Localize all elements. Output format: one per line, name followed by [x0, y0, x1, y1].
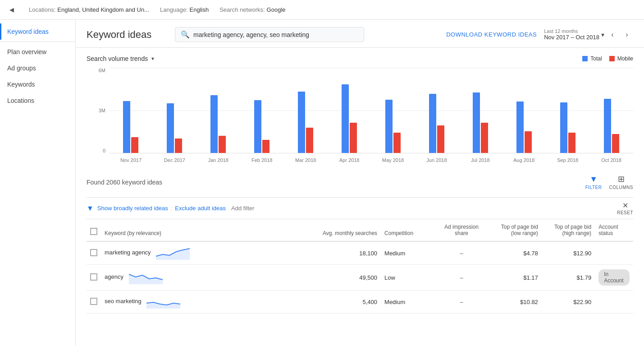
row-bid-low-2: $10.82 [489, 291, 542, 314]
row-keyword-1: agency [101, 265, 301, 291]
columns-label: COLUMNS [609, 185, 633, 190]
date-nav: ‹ › [606, 28, 633, 41]
th-impression-share: Ad impression share [434, 219, 488, 241]
bar-red-7 [437, 125, 444, 153]
bar-blue-4 [298, 92, 305, 153]
search-input[interactable] [193, 31, 358, 38]
bar-group-2 [196, 95, 239, 153]
keyword-text-2: seo marketing [105, 298, 142, 304]
row-check-0 [87, 241, 101, 265]
sparkline-1 [129, 271, 165, 284]
date-range-value: Nov 2017 – Oct 2018 [544, 34, 599, 41]
row-searches-0: 18,100 [301, 241, 381, 265]
row-bid-low-0: $4.78 [489, 241, 542, 265]
row-bid-high-0: $12.90 [542, 241, 595, 265]
table-row: agency 49,500 Low – $1.17 $1.79 In Accou… [87, 265, 633, 291]
bar-group-9 [503, 101, 546, 153]
row-bid-high-2: $22.90 [542, 291, 595, 314]
x-label-9: Aug 2018 [502, 157, 546, 163]
row-bid-low-1: $1.17 [489, 265, 542, 291]
row-competition-0: Medium [381, 241, 434, 265]
row-checkbox-1[interactable] [90, 273, 97, 281]
row-searches-2: 5,400 [301, 291, 381, 314]
page-title: Keyword ideas [87, 29, 168, 41]
keyword-text-1: agency [105, 273, 123, 280]
reset-icon: ✕ [622, 201, 628, 210]
sidebar-item-keywords[interactable]: Keywords [0, 76, 75, 92]
bar-blue-5 [342, 84, 349, 153]
filter-label: FILTER [585, 185, 602, 190]
topbar-locations: Locations: England, United Kingdom and U… [29, 6, 149, 13]
bar-blue-0 [123, 101, 130, 153]
y-label-0: 0 [103, 148, 105, 153]
bar-red-1 [175, 138, 182, 153]
filter-button[interactable]: ▼ FILTER [585, 175, 602, 190]
filter-link-broadly[interactable]: Show broadly related ideas [97, 205, 168, 212]
x-label-11: Oct 2018 [589, 157, 633, 163]
x-label-5: Apr 2018 [328, 157, 371, 163]
legend-red-dot [609, 56, 615, 61]
bar-group-0 [109, 101, 152, 153]
sidebar-item-ad-groups[interactable]: Ad groups [0, 60, 75, 76]
legend-mobile-label: Mobile [617, 55, 633, 62]
sidebar-item-keyword-ideas[interactable]: Keyword ideas [0, 23, 75, 40]
main-layout: Keyword ideas Plan overview Ad groups Ke… [0, 20, 644, 346]
header-right: DOWNLOAD KEYWORD IDEAS Last 12 months No… [446, 28, 633, 41]
date-range-dropdown[interactable]: ▾ [601, 31, 604, 38]
chart-dropdown-arrow[interactable]: ▾ [151, 55, 154, 62]
app-container: ◀ Locations: England, United Kingdom and… [0, 0, 644, 346]
locations-value: England, United Kingdom and Un... [57, 6, 149, 13]
chart-section: Search volume trends ▾ Total Mobile [76, 48, 644, 167]
in-account-badge-1: In Account [598, 269, 630, 286]
keywords-table: Keyword (by relevance) Avg. monthly sear… [87, 219, 633, 314]
table-header-row: Keyword (by relevance) Avg. monthly sear… [87, 219, 633, 241]
sidebar-item-plan-overview[interactable]: Plan overview [0, 44, 75, 60]
bar-blue-9 [516, 101, 524, 153]
bar-group-10 [547, 102, 589, 153]
bar-group-1 [153, 103, 196, 153]
bar-red-0 [131, 137, 138, 153]
svg-marker-1 [129, 274, 163, 284]
row-checkbox-0[interactable] [90, 249, 97, 256]
filter-bar-links: Show broadly related ideas ; Exclude adu… [97, 205, 255, 212]
content-header: Keyword ideas 🔍 DOWNLOAD KEYWORD IDEAS L… [76, 20, 644, 48]
row-impression-0: – [434, 241, 488, 265]
bar-blue-11 [604, 99, 611, 153]
filter-separator: ; [171, 205, 173, 212]
filter-bar: ▼ Show broadly related ideas ; Exclude a… [87, 198, 633, 219]
bar-blue-3 [254, 100, 261, 153]
filter-icon: ▼ [589, 175, 598, 184]
chart-x-labels: Nov 2017Dec 2017Jan 2018Feb 2018Mar 2018… [109, 153, 633, 167]
th-keyword: Keyword (by relevance) [101, 219, 301, 241]
bar-group-5 [328, 84, 370, 153]
bar-red-4 [306, 128, 313, 153]
date-prev-button[interactable]: ‹ [606, 28, 619, 41]
add-filter-link[interactable]: Add filter [231, 205, 254, 212]
keywords-tbody: marketing agency 18,100 Medium – $4.78 $… [87, 241, 633, 314]
bar-blue-1 [167, 103, 174, 153]
main-content: Keyword ideas 🔍 DOWNLOAD KEYWORD IDEAS L… [76, 20, 644, 346]
locations-label: Locations: [29, 6, 55, 13]
top-bar: ◀ Locations: England, United Kingdom and… [0, 0, 644, 20]
legend-total-label: Total [590, 55, 602, 62]
columns-button[interactable]: ⊞ COLUMNS [609, 174, 633, 190]
bar-group-4 [284, 92, 327, 153]
select-all-checkbox[interactable] [90, 228, 97, 235]
x-label-1: Dec 2017 [153, 157, 196, 163]
search-icon: 🔍 [181, 30, 190, 39]
keywords-count: Found 2060 keyword ideas [87, 179, 162, 186]
reset-button[interactable]: ✕ RESET [617, 201, 633, 215]
bar-group-7 [416, 94, 458, 153]
search-bar[interactable]: 🔍 [175, 27, 364, 42]
bar-group-3 [240, 100, 283, 153]
download-button[interactable]: DOWNLOAD KEYWORD IDEAS [446, 31, 537, 38]
date-next-button[interactable]: › [621, 28, 633, 41]
collapse-button[interactable]: ◀ [5, 0, 18, 20]
filter-link-adult[interactable]: Exclude adult ideas [175, 205, 226, 212]
row-checkbox-2[interactable] [90, 298, 97, 305]
bar-red-8 [481, 123, 488, 153]
bar-group-11 [590, 99, 633, 153]
sidebar-item-locations[interactable]: Locations [0, 92, 75, 109]
row-searches-1: 49,500 [301, 265, 381, 291]
row-competition-1: Low [381, 265, 434, 291]
